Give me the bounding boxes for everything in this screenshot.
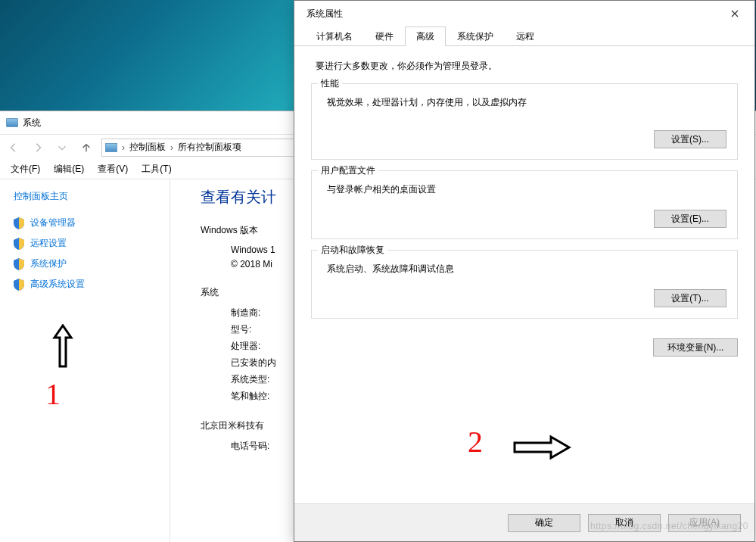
explorer-title: 系统 bbox=[23, 117, 41, 129]
group-desc: 与登录帐户相关的桌面设置 bbox=[327, 183, 726, 196]
sidebar-home-link[interactable]: 控制面板主页 bbox=[14, 190, 156, 203]
tab-remote[interactable]: 远程 bbox=[505, 26, 546, 46]
shield-icon bbox=[14, 258, 24, 270]
breadcrumb-seg[interactable]: 控制面板 bbox=[129, 141, 166, 154]
sidebar-item-label: 设备管理器 bbox=[30, 216, 76, 229]
nav-back-icon[interactable] bbox=[5, 139, 23, 157]
sidebar-item-label: 高级系统设置 bbox=[30, 278, 85, 291]
annotation-number-1: 1 bbox=[45, 376, 61, 412]
menu-tools[interactable]: 工具(T) bbox=[142, 163, 171, 176]
group-legend: 用户配置文件 bbox=[318, 164, 378, 177]
nav-recent-icon[interactable] bbox=[53, 139, 71, 157]
sidebar-item-label: 远程设置 bbox=[30, 237, 67, 250]
group-startup-recovery: 启动和故障恢复 系统启动、系统故障和调试信息 设置(T)... bbox=[311, 250, 738, 319]
tab-advanced[interactable]: 高级 bbox=[405, 26, 446, 46]
shield-icon bbox=[14, 217, 24, 229]
dialog-title: 系统属性 bbox=[306, 8, 343, 20]
computer-icon bbox=[6, 118, 18, 127]
computer-icon bbox=[105, 143, 117, 152]
annotation-number-2: 2 bbox=[468, 424, 483, 459]
ok-button[interactable]: 确定 bbox=[508, 514, 580, 532]
sidebar: 控制面板主页 设备管理器 远程设置 系统保护 bbox=[0, 179, 170, 542]
close-button[interactable] bbox=[718, 3, 751, 24]
sidebar-item-protection[interactable]: 系统保护 bbox=[14, 257, 156, 270]
group-legend: 启动和故障恢复 bbox=[318, 244, 387, 257]
sidebar-item-label: 系统保护 bbox=[30, 257, 67, 270]
tab-system-protection[interactable]: 系统保护 bbox=[446, 26, 505, 46]
menu-edit[interactable]: 编辑(E) bbox=[54, 163, 84, 176]
chevron-right-icon: › bbox=[122, 142, 125, 153]
menu-view[interactable]: 查看(V) bbox=[98, 163, 128, 176]
sidebar-item-device-manager[interactable]: 设备管理器 bbox=[14, 216, 156, 229]
admin-intro-text: 要进行大多数更改，你必须作为管理员登录。 bbox=[316, 60, 738, 73]
shield-icon bbox=[14, 238, 24, 250]
tab-hardware[interactable]: 硬件 bbox=[364, 26, 405, 46]
group-user-profiles: 用户配置文件 与登录帐户相关的桌面设置 设置(E)... bbox=[311, 170, 738, 239]
dialog-titlebar[interactable]: 系统属性 bbox=[294, 1, 754, 26]
nav-forward-icon[interactable] bbox=[29, 139, 47, 157]
tab-computer-name[interactable]: 计算机名 bbox=[305, 26, 364, 46]
watermark-text: https://blog.csdn.net/chengyikang20 bbox=[590, 521, 748, 531]
annotation-arrow-icon bbox=[51, 324, 74, 369]
environment-variables-button[interactable]: 环境变量(N)... bbox=[653, 338, 738, 357]
breadcrumb-seg[interactable]: 所有控制面板项 bbox=[178, 141, 241, 154]
profiles-settings-button[interactable]: 设置(E)... bbox=[654, 210, 726, 228]
group-desc: 视觉效果，处理器计划，内存使用，以及虚拟内存 bbox=[327, 96, 726, 109]
performance-settings-button[interactable]: 设置(S)... bbox=[654, 130, 726, 148]
group-legend: 性能 bbox=[318, 77, 342, 90]
nav-up-icon[interactable] bbox=[77, 139, 95, 157]
dialog-body: 要进行大多数更改，你必须作为管理员登录。 性能 视觉效果，处理器计划，内存使用，… bbox=[294, 46, 754, 357]
sidebar-item-advanced[interactable]: 高级系统设置 bbox=[14, 278, 156, 291]
tabstrip: 计算机名 硬件 高级 系统保护 远程 bbox=[294, 26, 754, 46]
shield-icon bbox=[14, 279, 24, 291]
sidebar-item-remote[interactable]: 远程设置 bbox=[14, 237, 156, 250]
chevron-right-icon: › bbox=[170, 142, 173, 153]
group-performance: 性能 视觉效果，处理器计划，内存使用，以及虚拟内存 设置(S)... bbox=[311, 83, 738, 160]
group-desc: 系统启动、系统故障和调试信息 bbox=[327, 263, 726, 276]
startup-settings-button[interactable]: 设置(T)... bbox=[654, 289, 726, 307]
menu-file[interactable]: 文件(F) bbox=[11, 163, 40, 176]
annotation-arrow-icon bbox=[512, 434, 572, 461]
